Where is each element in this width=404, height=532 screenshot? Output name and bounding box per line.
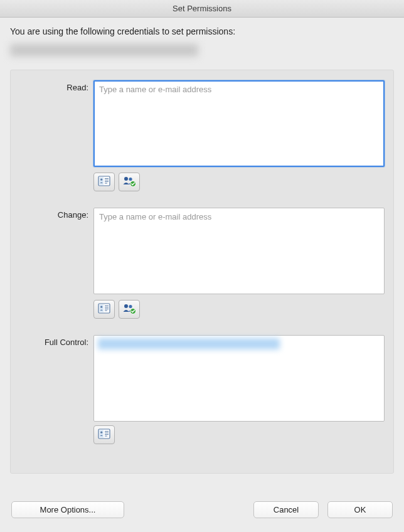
read-address-book-button[interactable] <box>93 173 115 191</box>
people-check-icon <box>122 176 136 189</box>
address-book-icon <box>98 428 110 442</box>
svg-rect-1 <box>100 177 104 184</box>
full-control-label: Full Control: <box>19 335 93 347</box>
permissions-panel: Read: <box>10 70 394 474</box>
more-options-button[interactable]: More Options... <box>11 501 124 518</box>
change-input[interactable] <box>93 208 385 294</box>
full-control-entry[interactable] <box>98 338 280 349</box>
people-check-icon <box>122 303 136 316</box>
read-input[interactable] <box>93 80 385 167</box>
full-control-address-book-button[interactable] <box>93 425 115 444</box>
read-label: Read: <box>19 80 93 92</box>
change-address-book-button[interactable] <box>93 300 115 319</box>
svg-point-18 <box>129 304 132 307</box>
full-control-input[interactable] <box>93 335 385 422</box>
address-book-icon <box>98 176 110 189</box>
cancel-button[interactable]: Cancel <box>253 501 319 518</box>
change-label: Change: <box>19 208 93 220</box>
svg-point-22 <box>100 431 102 433</box>
intro-text: You are using the following credentials … <box>10 26 394 36</box>
address-book-icon <box>98 303 110 316</box>
svg-point-17 <box>124 304 128 308</box>
svg-point-2 <box>100 178 102 180</box>
window-title: Set Permissions <box>0 0 404 18</box>
svg-rect-11 <box>100 304 104 312</box>
change-check-names-button[interactable] <box>119 300 140 319</box>
dialog-footer: More Options... Cancel OK <box>0 492 404 532</box>
read-check-names-button[interactable] <box>119 173 140 191</box>
svg-point-7 <box>124 177 128 181</box>
svg-point-12 <box>100 306 102 307</box>
svg-point-8 <box>129 177 132 180</box>
credential-value <box>10 44 198 56</box>
ok-button[interactable]: OK <box>327 501 393 518</box>
svg-rect-21 <box>100 430 104 437</box>
